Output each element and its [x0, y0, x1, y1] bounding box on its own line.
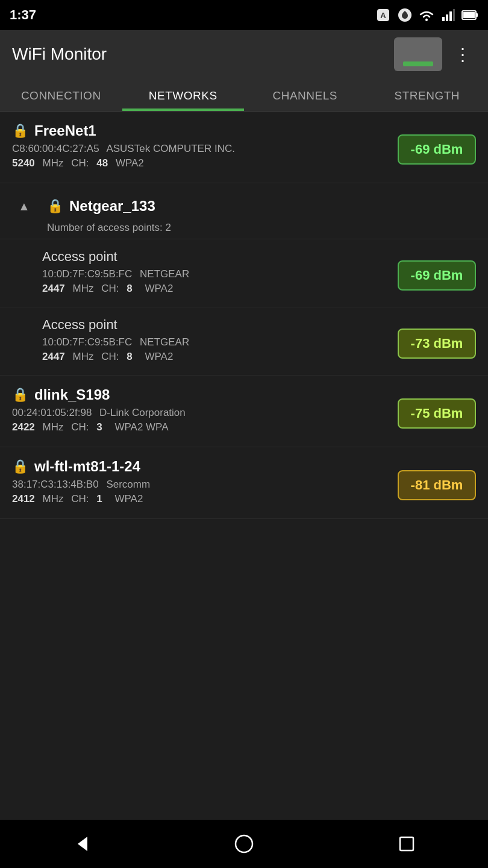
- lock-icon-wlftl: 🔒: [12, 459, 28, 474]
- status-time: 1:37: [10, 7, 36, 23]
- access-point-freq-1: 2447 MHz CH: 8 WPA2: [42, 283, 398, 295]
- network-name-netgear133: Netgear_133: [69, 198, 155, 215]
- recent-button[interactable]: [392, 829, 422, 859]
- tab-strength[interactable]: STRENGTH: [366, 78, 489, 111]
- network-name-dlink: dlink_S198: [34, 386, 110, 403]
- network-item-wlftl[interactable]: 🔒 wl-ftl-mt81-1-24 38:17:C3:13:4B:B0 Ser…: [0, 447, 488, 519]
- tab-networks[interactable]: NETWORKS: [122, 78, 245, 111]
- svg-marker-11: [78, 837, 87, 851]
- svg-rect-10: [463, 12, 475, 18]
- svg-rect-7: [453, 9, 455, 21]
- network-item-dlink[interactable]: 🔒 dlink_S198 00:24:01:05:2f:98 D-Link Co…: [0, 376, 488, 447]
- access-point-freq-2: 2447 MHz CH: 8 WPA2: [42, 351, 398, 363]
- screen-button[interactable]: [394, 37, 442, 71]
- network-list: 🔒 FreeNet1 C8:60:00:4C:27:A5 ASUSTek COM…: [0, 112, 488, 820]
- network-name-row-dlink: 🔒 dlink_S198: [12, 386, 398, 403]
- svg-rect-13: [400, 837, 413, 851]
- network-name-row-freenet1: 🔒 FreeNet1: [12, 122, 398, 139]
- access-point-mac-1: 10:0D:7F:C9:5B:FC NETGEAR: [42, 268, 398, 280]
- access-point-item-2[interactable]: Access point 10:0D:7F:C9:5B:FC NETGEAR 2…: [0, 307, 488, 376]
- network-info-dlink: 🔒 dlink_S198 00:24:01:05:2f:98 D-Link Co…: [12, 386, 398, 436]
- svg-rect-9: [476, 13, 478, 17]
- tab-connection[interactable]: CONNECTION: [0, 78, 122, 111]
- network-freq-wlftl: 2412 MHz CH: 1 WPA2: [12, 493, 398, 505]
- signal-badge-ap2: -73 dBm: [398, 329, 476, 359]
- tabs: CONNECTION NETWORKS CHANNELS STRENGTH: [0, 78, 488, 112]
- network-mac-freenet1: C8:60:00:4C:27:A5 ASUSTek COMPUTER INC.: [12, 143, 398, 155]
- lock-icon-netgear133: 🔒: [47, 198, 63, 214]
- wifi-status-icon: [418, 7, 435, 24]
- app-bar: WiFi Monitor ⋮: [0, 30, 488, 78]
- netgear-name-row: ▲ 🔒 Netgear_133: [12, 194, 476, 218]
- access-point-info-2: Access point 10:0D:7F:C9:5B:FC NETGEAR 2…: [42, 317, 398, 365]
- svg-rect-4: [442, 17, 445, 21]
- network-info-freenet1: 🔒 FreeNet1 C8:60:00:4C:27:A5 ASUSTek COM…: [12, 122, 398, 172]
- more-menu-button[interactable]: ⋮: [449, 40, 476, 69]
- netgear-header: ▲ 🔒 Netgear_133 Number of access points:…: [0, 183, 488, 239]
- svg-point-3: [425, 19, 428, 21]
- home-button[interactable]: [229, 829, 259, 859]
- network-name-freenet1: FreeNet1: [34, 122, 96, 139]
- network-freq-dlink: 2422 MHz CH: 3 WPA2 WPA: [12, 421, 398, 433]
- signal-badge-freenet1: -69 dBm: [398, 134, 476, 165]
- status-bar: 1:37 A: [0, 0, 488, 30]
- network-info-wlftl: 🔒 wl-ftl-mt81-1-24 38:17:C3:13:4B:B0 Ser…: [12, 458, 398, 508]
- tab-channels[interactable]: CHANNELS: [244, 78, 366, 111]
- access-point-name-1: Access point: [42, 249, 398, 265]
- battery-status-icon: [461, 7, 478, 24]
- network-name-wlftl: wl-ftl-mt81-1-24: [34, 458, 140, 475]
- svg-rect-6: [449, 11, 452, 21]
- network-mac-wlftl: 38:17:C3:13:4B:B0 Sercomm: [12, 479, 398, 491]
- access-point-mac-2: 10:0D:7F:C9:5B:FC NETGEAR: [42, 336, 398, 348]
- lock-icon-freenet1: 🔒: [12, 123, 28, 139]
- status-icons: A: [375, 7, 478, 24]
- signal-badge-wlftl: -81 dBm: [398, 470, 476, 500]
- signal-badge-ap1: -69 dBm: [398, 260, 476, 291]
- screen-button-bar: [403, 61, 433, 66]
- network-name-row-wlftl: 🔒 wl-ftl-mt81-1-24: [12, 458, 398, 475]
- lock-icon-dlink: 🔒: [12, 387, 28, 403]
- notification-icon-2: [396, 7, 413, 24]
- svg-text:A: A: [380, 11, 386, 20]
- app-title: WiFi Monitor: [12, 45, 107, 64]
- notification-icon-1: A: [375, 7, 392, 24]
- app-bar-actions: ⋮: [394, 37, 476, 71]
- access-point-info-1: Access point 10:0D:7F:C9:5B:FC NETGEAR 2…: [42, 249, 398, 297]
- svg-rect-5: [446, 14, 448, 21]
- access-point-name-2: Access point: [42, 317, 398, 333]
- network-item-netgear133: ▲ 🔒 Netgear_133 Number of access points:…: [0, 183, 488, 376]
- network-mac-dlink: 00:24:01:05:2f:98 D-Link Corporation: [12, 407, 398, 419]
- signal-badge-dlink: -75 dBm: [398, 398, 476, 429]
- expand-button-netgear133[interactable]: ▲: [12, 194, 36, 218]
- svg-point-12: [236, 835, 252, 852]
- signal-status-icon: [440, 7, 457, 24]
- access-points-count: Number of access points: 2: [12, 222, 476, 234]
- network-item-freenet1[interactable]: 🔒 FreeNet1 C8:60:00:4C:27:A5 ASUSTek COM…: [0, 112, 488, 183]
- back-button[interactable]: [66, 829, 96, 859]
- access-point-item-1[interactable]: Access point 10:0D:7F:C9:5B:FC NETGEAR 2…: [0, 239, 488, 307]
- bottom-nav: [0, 820, 488, 868]
- network-freq-freenet1: 5240 MHz CH: 48 WPA2: [12, 157, 398, 169]
